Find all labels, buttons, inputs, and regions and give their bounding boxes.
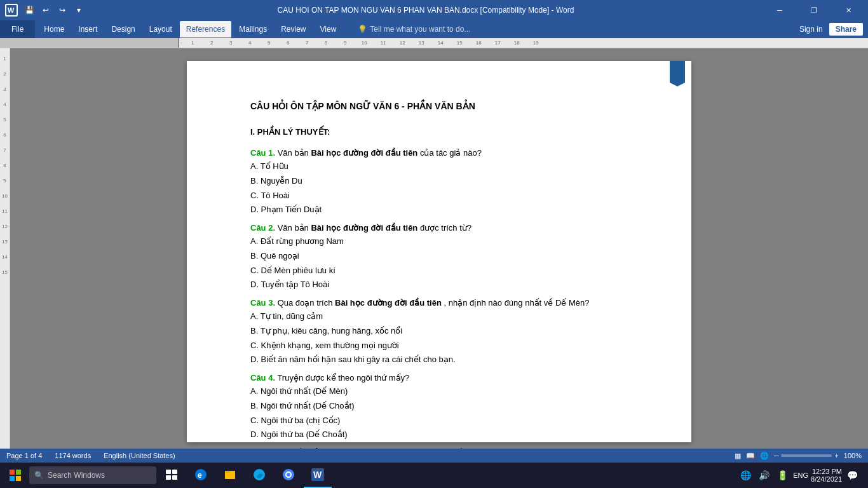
- answer-2b: B. Quê ngoại: [250, 250, 641, 263]
- start-button[interactable]: [3, 463, 28, 488]
- title-bar-left: W 💾 ↩ ↪ ▾: [5, 3, 86, 18]
- quick-access-toolbar: 💾 ↩ ↪ ▾: [22, 3, 86, 18]
- web-icon[interactable]: 🌐: [760, 452, 769, 460]
- chrome-app[interactable]: [275, 463, 302, 488]
- sign-in-button[interactable]: Sign in: [799, 25, 823, 34]
- zoom-out-icon[interactable]: ─: [774, 452, 779, 459]
- customize-button[interactable]: ▾: [71, 3, 86, 18]
- tell-me-bar[interactable]: 💡 Tell me what you want to do...: [358, 25, 470, 34]
- question-4-content: Truyện được kể theo ngôi thứ mấy?: [277, 373, 409, 383]
- edge2-app[interactable]: [245, 463, 273, 488]
- ribbon-tabs: Home Insert Design Layout References Mai…: [35, 20, 345, 38]
- answer-1c: C. Tô Hoài: [250, 189, 641, 203]
- ruler-tick: 9: [336, 40, 355, 46]
- explorer-app[interactable]: [216, 463, 244, 488]
- layout-icon[interactable]: ▦: [735, 452, 741, 460]
- close-button[interactable]: ✕: [834, 0, 863, 20]
- svg-text:W: W: [313, 470, 322, 480]
- word-app[interactable]: W: [304, 463, 332, 488]
- tab-design[interactable]: Design: [105, 21, 141, 37]
- status-bar: Page 1 of 4 1174 words English (United S…: [0, 449, 868, 463]
- question-2-bold: Bài học đường đời đầu tiên: [311, 223, 417, 233]
- tab-insert[interactable]: Insert: [72, 21, 104, 37]
- answer-4c: C. Ngôi thứ ba (chị Cốc): [250, 414, 641, 428]
- document-title: CÂU HỎI ÔN TẬP MÔN NGỮ VĂN 6 - PHẦN VĂN …: [250, 99, 641, 113]
- question-1: Câu 1. Văn bản Bài học đường đời đầu tiê…: [250, 147, 641, 217]
- question-2: Câu 2. Văn bản Bài học đường đời đầu tiê…: [250, 222, 641, 292]
- window-title: CAU HOI ON TAP MON NGU VAN 6 PHAN VAN BA…: [86, 6, 765, 15]
- ruler-tick: 13: [412, 40, 431, 46]
- tab-home[interactable]: Home: [37, 21, 71, 37]
- taskbar-search[interactable]: 🔍 Search Windows: [29, 466, 156, 484]
- tell-me-text: Tell me what you want to do...: [370, 25, 470, 34]
- ruler-tick: 3: [221, 40, 240, 46]
- question-3-post: , nhận định nào đúng nhất về Dế Mèn?: [444, 298, 590, 308]
- tab-layout[interactable]: Layout: [143, 21, 179, 37]
- answer-4d: D. Ngôi thứ ba (Dế Choắt): [250, 428, 641, 442]
- tab-view[interactable]: View: [314, 21, 343, 37]
- question-1-text: Câu 1. Văn bản Bài học đường đời đầu tiê…: [250, 147, 641, 160]
- ruler-tick: 1: [183, 40, 202, 46]
- ruler-tick: 19: [526, 40, 545, 46]
- question-1-bold: Bài học đường đời đầu tiên: [311, 148, 417, 158]
- read-icon[interactable]: 📖: [746, 452, 755, 460]
- svg-rect-6: [166, 470, 171, 474]
- ruler-tick: 12: [393, 40, 412, 46]
- tab-references[interactable]: References: [180, 21, 231, 37]
- time-display: 12:23 PM: [811, 468, 842, 475]
- language-indicator[interactable]: ENG: [793, 471, 808, 479]
- lightbulb-icon: 💡: [358, 25, 367, 34]
- restore-button[interactable]: ❐: [799, 0, 829, 20]
- ruler-tick: 11: [374, 40, 393, 46]
- save-button[interactable]: 💾: [22, 3, 37, 18]
- ruler-tick: 10: [355, 40, 374, 46]
- date-display: 8/24/2021: [811, 475, 842, 483]
- content-area: 1 2 3 4 5 6 7 8 9 10 11 12 13 14 15 CÂU …: [0, 48, 868, 488]
- question-1-pre: Văn bản: [278, 148, 311, 158]
- answer-4a: A. Ngôi thứ nhất (Dế Mèn): [250, 385, 641, 398]
- question-3-text: Câu 3. Qua đoạn trích Bài học đường đời …: [250, 297, 641, 310]
- zoom-slider[interactable]: ─ +: [774, 452, 839, 459]
- question-2-text: Câu 2. Văn bản Bài học đường đời đầu tiê…: [250, 222, 641, 235]
- language: English (United States): [104, 452, 175, 459]
- ruler-tick: 8: [316, 40, 336, 46]
- ruler-tick: 16: [469, 40, 488, 46]
- task-view-button[interactable]: [158, 463, 186, 488]
- svg-text:e: e: [198, 471, 202, 480]
- question-2-label: Câu 2.: [250, 223, 275, 233]
- battery-icon[interactable]: 🔋: [775, 468, 790, 483]
- question-2-post: được trích từ?: [420, 223, 471, 233]
- ruler-tick: 5: [259, 40, 278, 46]
- ruler-tick: 7: [297, 40, 316, 46]
- tab-mailings[interactable]: Mailings: [233, 21, 273, 37]
- question-3-bold: Bài học đường đời đầu tiên: [335, 298, 442, 308]
- ruler-tick: 17: [488, 40, 507, 46]
- question-1-post: của tác giả nào?: [420, 148, 482, 158]
- network-icon[interactable]: 🌐: [738, 468, 754, 483]
- zoom-percent[interactable]: 100%: [844, 452, 862, 459]
- minimize-button[interactable]: ─: [765, 0, 794, 20]
- horizontal-ruler: · 1 2 3 4 5 6 7 8 9 10 11 12 13 14 15 16…: [0, 38, 868, 48]
- ruler-tick: 18: [507, 40, 526, 46]
- svg-rect-9: [172, 475, 177, 480]
- undo-button[interactable]: ↩: [38, 3, 53, 18]
- vertical-ruler: 1 2 3 4 5 6 7 8 9 10 11 12 13 14 15: [0, 48, 10, 488]
- svg-rect-4: [10, 476, 15, 481]
- edge-app[interactable]: e: [187, 463, 215, 488]
- zoom-in-icon[interactable]: +: [834, 452, 838, 459]
- tab-review[interactable]: Review: [275, 21, 312, 37]
- redo-button[interactable]: ↪: [55, 3, 70, 18]
- question-4-text: Câu 4. Truyện được kể theo ngôi thứ mấy?: [250, 372, 641, 385]
- answer-4b: B. Ngôi thứ nhất (Dế Choắt): [250, 400, 641, 413]
- volume-icon[interactable]: 🔊: [756, 468, 772, 483]
- notification-icon[interactable]: 💬: [844, 468, 860, 483]
- answer-1a: A. Tố Hữu: [250, 160, 641, 173]
- file-menu[interactable]: File: [0, 20, 35, 38]
- share-button[interactable]: Share: [829, 23, 863, 36]
- document-scroll-area[interactable]: CÂU HỎI ÔN TẬP MÔN NGỮ VĂN 6 - PHẦN VĂN …: [10, 48, 868, 488]
- answer-3b: B. Tự phụ, kiêu căng, hung hăng, xốc nổi: [250, 325, 641, 338]
- clock[interactable]: 12:23 PM 8/24/2021: [811, 468, 842, 483]
- ruler-left-margin: [0, 38, 179, 48]
- question-4-label: Câu 4.: [250, 373, 275, 383]
- answer-3d: D. Biết ăn năm hối hận sau khi gây ra cá…: [250, 353, 641, 367]
